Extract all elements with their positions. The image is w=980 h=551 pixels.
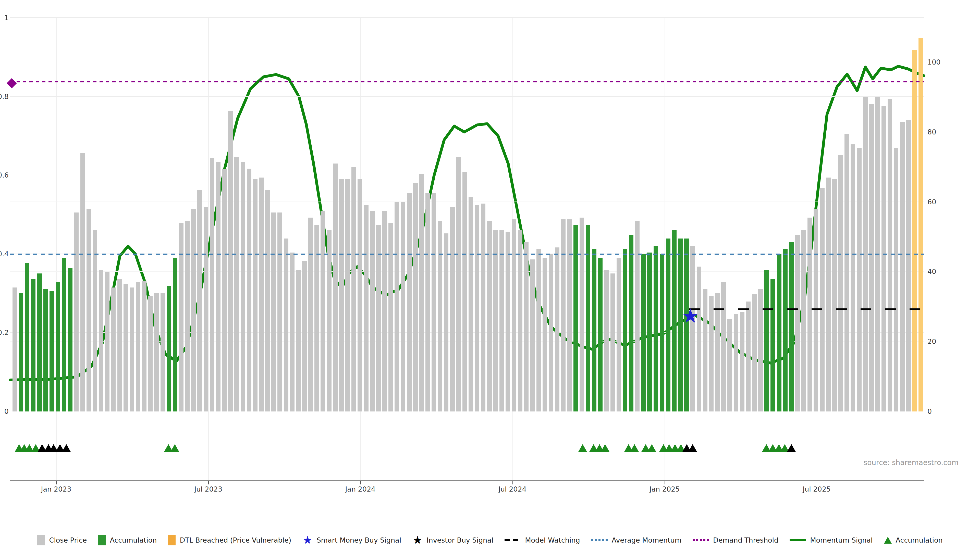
close-price-bar — [709, 296, 714, 411]
right-axis-tick-label: 0 — [928, 408, 932, 415]
close-price-bar — [185, 221, 189, 411]
accumulation-bar — [56, 282, 60, 411]
close-price-bar — [900, 122, 905, 411]
right-axis-tick-label: 40 — [928, 268, 936, 275]
accumulation-bar — [672, 230, 676, 411]
close-price-bar — [456, 157, 461, 411]
accumulation-bar — [783, 249, 788, 411]
close-price-bar — [549, 254, 553, 411]
close-price-bar — [734, 314, 738, 411]
close-price-bar — [795, 235, 800, 411]
close-price-bar — [832, 179, 837, 411]
gridline-right-100 — [10, 62, 924, 62]
left-axis-tick-label: 0 — [4, 408, 9, 415]
right-axis-tick-label: 80 — [928, 129, 936, 135]
close-price-bar — [512, 219, 516, 411]
close-price-bar — [826, 178, 831, 411]
close-price-bar — [881, 106, 886, 411]
close-price-bar — [611, 273, 615, 411]
close-price-bar — [845, 134, 849, 411]
close-price-bar — [820, 188, 824, 411]
close-price-bar — [506, 232, 510, 411]
close-price-bar — [210, 158, 215, 411]
close-price-bar — [259, 178, 264, 411]
close-price-bar — [425, 193, 430, 411]
accumulation-bar — [37, 273, 42, 411]
legend-item-accumulation: Accumulation — [98, 535, 157, 545]
chart-figure: ◆★ 00.20.40.60.81 020406080100 Jan 2023J… — [0, 0, 980, 551]
x-tick — [360, 481, 361, 484]
close-price-bar — [161, 293, 165, 412]
accumulation-bar — [647, 252, 652, 411]
source-note: source: sharemaestro.com — [864, 458, 959, 467]
accumulation-bar — [49, 291, 54, 411]
close-price-bar — [93, 230, 97, 411]
left-axis-tick-label: 0.8 — [0, 93, 9, 100]
close-price-bar — [906, 120, 911, 411]
legend-label: Close Price — [49, 536, 87, 544]
close-price-bar — [352, 167, 356, 411]
accumulation-triangle-icon — [630, 444, 639, 452]
close-price-bar — [555, 248, 559, 411]
close-price-bar — [308, 218, 313, 411]
accumulation-bar — [623, 249, 627, 411]
close-price-bar — [542, 258, 547, 411]
close-price-bar — [469, 197, 473, 411]
accumulation-bar — [167, 286, 171, 411]
legend-item-investor-buy-signal: ★Investor Buy Signal — [412, 536, 493, 544]
accumulation-bar — [31, 279, 35, 411]
legend-swatch-dots-icon — [693, 539, 709, 541]
close-price-bar — [265, 190, 270, 411]
close-price-bar — [234, 157, 239, 411]
close-price-bar — [271, 213, 276, 411]
close-price-bar — [204, 207, 208, 411]
close-price-bar — [838, 155, 843, 411]
close-price-bar — [345, 179, 350, 411]
x-tick — [817, 481, 817, 484]
x-tick-label: Jul 2024 — [498, 485, 527, 493]
legend-label: Accumulation — [110, 536, 157, 544]
close-price-bar — [888, 99, 892, 411]
close-price-bar — [475, 205, 479, 411]
close-price-bar — [450, 207, 455, 411]
close-price-bar — [142, 281, 146, 411]
close-price-bar — [561, 219, 566, 411]
close-price-bar — [197, 190, 202, 411]
x-tick-label: Jan 2023 — [41, 485, 72, 493]
close-price-bar — [222, 168, 227, 411]
average-momentum-line — [10, 254, 924, 255]
right-axis-tick-label: 20 — [928, 338, 936, 345]
accumulation-bar — [789, 242, 794, 411]
legend-swatch-star-icon: ★ — [302, 536, 312, 544]
dtl-breached-bar — [912, 50, 917, 411]
close-price-bar — [80, 153, 85, 411]
close-price-bar — [154, 293, 159, 412]
legend-item-dtl-breached-price-vulnerable-: DTL Breached (Price Vulnerable) — [168, 535, 291, 545]
close-price-bar — [296, 270, 301, 411]
close-price-bar — [118, 279, 122, 411]
close-price-bar — [191, 209, 196, 411]
close-price-bar — [333, 164, 338, 411]
close-price-bar — [364, 205, 369, 411]
close-price-bar — [401, 202, 405, 411]
close-price-bar — [536, 249, 541, 411]
close-price-bar — [851, 144, 855, 411]
accumulation-bar — [629, 235, 633, 411]
close-price-bar — [740, 312, 745, 411]
x-tick — [56, 481, 57, 484]
close-price-bar — [617, 258, 621, 411]
close-price-bar — [604, 270, 609, 411]
gridline-left-1 — [10, 17, 924, 18]
close-price-bar — [721, 282, 726, 411]
dtl-breached-bar — [918, 38, 923, 411]
left-axis-tick-label: 0.2 — [0, 329, 9, 336]
legend-swatch-square-icon — [37, 535, 45, 545]
close-price-bar — [314, 225, 319, 411]
close-price-bar — [105, 272, 110, 411]
close-price-bar — [339, 179, 344, 411]
accumulation-bar — [598, 258, 603, 411]
legend-swatch-square-icon — [98, 535, 106, 545]
legend-label: Smart Money Buy Signal — [317, 536, 401, 544]
close-price-bar — [487, 221, 492, 411]
close-price-bar — [74, 213, 79, 411]
